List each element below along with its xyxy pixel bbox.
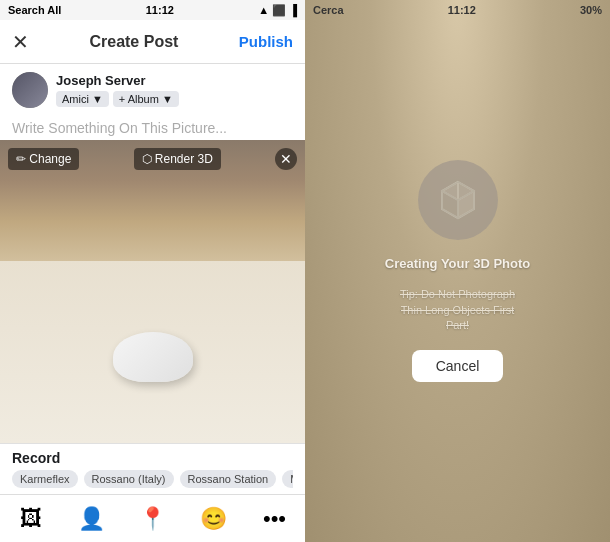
overlay-close-button[interactable]: ✕ (275, 148, 297, 170)
album-tag[interactable]: + Album ▼ (113, 91, 179, 107)
battery-left: ▲ ⬛ ▐ (258, 4, 297, 17)
tip-text: Tip: Do Not PhotographThin Long Objects … (370, 287, 545, 333)
user-name: Joseph Server (56, 73, 179, 88)
close-button[interactable]: ✕ (12, 30, 29, 54)
nav-people-icon[interactable]: 👤 (78, 505, 106, 533)
top-nav: ✕ Create Post Publish (0, 20, 305, 64)
battery-right: 30% (580, 4, 602, 16)
tag-makes-ai[interactable]: Makes AI (282, 470, 293, 488)
time-left: 11:12 (146, 4, 174, 16)
record-label: Record (12, 450, 293, 466)
status-bar-left: Search All 11:12 ▲ ⬛ ▐ (0, 0, 305, 20)
nav-photo-icon[interactable]: 🖼 (17, 505, 45, 533)
mouse-object (113, 332, 193, 382)
render-3d-button[interactable]: ⬡ Render 3D (134, 148, 221, 170)
avatar-image (12, 72, 48, 108)
cube-icon-container (418, 160, 498, 240)
image-container: ✏ Change ⬡ Render 3D ✕ (0, 140, 305, 443)
status-bar-right: Cerca 11:12 30% (305, 0, 610, 20)
user-tags: Amici ▼ + Album ▼ (56, 91, 179, 107)
nav-title: Create Post (89, 33, 178, 51)
time-right: 11:12 (448, 4, 476, 16)
right-panel: Cerca 11:12 30% Creating Your 3D Photo (305, 0, 610, 542)
nav-more-icon[interactable]: ••• (261, 505, 289, 533)
avatar (12, 72, 48, 108)
publish-button[interactable]: Publish (239, 33, 293, 50)
nav-location-icon[interactable]: 📍 (139, 505, 167, 533)
write-placeholder[interactable]: Write Something On This Picture... (0, 116, 305, 140)
carrier-right: Cerca (313, 4, 344, 16)
overlay-bar: ✏ Change ⬡ Render 3D ✕ (8, 148, 297, 170)
tag-rossano-station[interactable]: Rossano Station (180, 470, 277, 488)
nav-emoji-icon[interactable]: 😊 (200, 505, 228, 533)
tag-karmeflex[interactable]: Karmeflex (12, 470, 78, 488)
tags-row: Karmeflex Rossano (Italy) Rossano Statio… (12, 470, 293, 488)
cube-icon (436, 178, 480, 222)
left-panel: Search All 11:12 ▲ ⬛ ▐ ✕ Create Post Pub… (0, 0, 305, 542)
cancel-button[interactable]: Cancel (412, 350, 504, 382)
change-button[interactable]: ✏ Change (8, 148, 79, 170)
user-row: Joseph Server Amici ▼ + Album ▼ (0, 64, 305, 116)
record-section: Record Karmeflex Rossano (Italy) Rossano… (0, 443, 305, 494)
creating-text: Creating Your 3D Photo (385, 256, 530, 271)
carrier-left: Search All (8, 4, 61, 16)
tag-rossano[interactable]: Rossano (Italy) (84, 470, 174, 488)
friends-tag[interactable]: Amici ▼ (56, 91, 109, 107)
bottom-nav: 🖼 👤 📍 😊 ••• (0, 494, 305, 542)
user-info: Joseph Server Amici ▼ + Album ▼ (56, 73, 179, 107)
right-content: Creating Your 3D Photo Tip: Do Not Photo… (305, 0, 610, 542)
